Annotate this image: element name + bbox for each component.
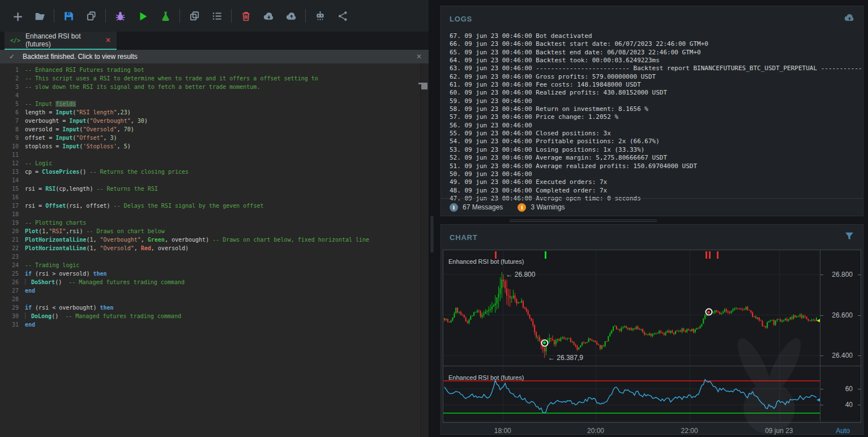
trade-marker[interactable] [705,309,712,316]
code-text: if (rsi < overbought) then [25,303,114,312]
time-axis[interactable]: Auto 18:0020:0022:0009 jun 23 [443,424,861,437]
code-line[interactable]: 17rsi = Offset(rsi, offset) -- Delays th… [0,202,429,210]
save-button[interactable] [57,5,80,27]
code-editor[interactable]: 1-- Enhanced RSI Futures trading bot2-- … [0,63,429,437]
line-number: 11 [0,151,25,159]
code-line[interactable]: 23 [0,252,429,261]
rsi-axis[interactable]: 6040 [820,366,861,421]
warnings-filter-button[interactable]: i 3 Warnings [518,203,565,212]
price-pane-title: Enhanced RSI bot (futures) [448,258,524,265]
time-axis-label: 22:00 [681,427,698,435]
axis-tick [858,405,861,405]
panel-splitter-vertical[interactable] [429,0,436,437]
line-number: 21 [0,235,25,244]
price-axis-label: 26.400 [832,352,853,359]
code-line[interactable]: 9offset = Input("Offset", 3) [0,134,429,142]
code-line[interactable]: 4 [0,91,429,100]
time-axis-label: 09 jun 23 [765,427,793,435]
run-play-button[interactable] [131,5,154,27]
code-line[interactable]: 11 [0,151,429,159]
last-price-marker: ◀ [816,317,820,323]
cloud-download-button[interactable] [257,5,280,27]
code-text: length = Input("RSI length",23) [25,108,131,117]
code-line[interactable]: 31end [0,320,429,329]
filter-funnel-icon[interactable] [844,231,854,243]
scrollbar-thumb[interactable] [421,83,427,89]
code-line[interactable]: 20Plot(1,"RSI",rsi) -- Draws on chart be… [0,227,429,235]
line-number: 6 [0,108,25,117]
trade-marker[interactable] [541,339,548,346]
list-view-button[interactable] [206,5,228,27]
code-line[interactable]: 8oversold = Input("Oversold", 70) [0,125,429,134]
code-line[interactable]: 13cp = ClosePrices() -- Returns the clos… [0,168,429,176]
code-line[interactable]: 29if (rsi < overbought) then [0,303,429,312]
code-line[interactable]: 28 [0,295,429,303]
code-line[interactable]: 21PlotHorizontalLine(1, "Overbought", Gr… [0,235,429,244]
code-line[interactable]: 18 [0,210,429,218]
messages-filter-button[interactable]: i 67 Messages [450,203,503,212]
rsi-chart-pane[interactable]: Enhanced RSI bot (futures) ◀ [443,366,820,421]
duplicate-icon [189,11,200,22]
debug-bug-button[interactable] [109,5,131,27]
line-number: 14 [0,176,25,185]
code-line[interactable]: 22PlotHorizontalLine(1, "Oversold", Red,… [0,244,429,252]
auto-scale-button[interactable]: Auto [836,427,850,435]
cloud-upload-button[interactable] [280,5,302,27]
line-number: 26 [0,278,25,286]
code-line[interactable]: 3-- slow down the RSI its signal and to … [0,83,429,91]
chart-area[interactable]: Enhanced RSI bot (futures) ← 26.800← 26.… [443,250,861,423]
code-line[interactable]: 5-- Input fields [0,100,429,108]
code-line[interactable]: 16 [0,193,429,202]
line-number: 13 [0,168,25,176]
code-line[interactable]: 30DoLong() -- Managed futures trading co… [0,312,429,320]
code-line[interactable]: 24-- Trading logic [0,261,429,269]
time-axis-label: 18:00 [494,427,511,435]
code-line[interactable]: 27end [0,286,429,295]
new-script-button[interactable] [6,5,28,27]
line-number: 27 [0,286,25,295]
download-logs-cloud-icon[interactable] [844,12,854,25]
code-line[interactable]: 2-- This script uses a RSI to determine … [0,74,429,83]
delete-trash-button[interactable] [234,5,257,27]
code-line[interactable]: 25if (rsi > oversold) then [0,269,429,278]
price-chart-pane[interactable]: Enhanced RSI bot (futures) ← 26.800← 26.… [443,250,820,366]
order-marker-tick [705,251,707,259]
code-line[interactable]: 1-- Enhanced RSI Futures trading bot [0,66,429,74]
backtest-notification[interactable]: ✓ Backtest finished. Click to view resul… [0,50,429,63]
share-nodes-icon [337,11,348,22]
logs-title: LOGS [450,15,472,23]
code-line[interactable]: 14 [0,176,429,185]
backtest-flask-button[interactable] [154,5,177,27]
price-axis[interactable]: 26.80026.60026.400 [820,250,861,366]
open-folder-button[interactable] [28,5,51,27]
editor-scrollbar[interactable] [420,63,429,437]
code-text: -- Plotting charts [25,218,86,227]
duplicate-button[interactable] [183,5,206,27]
notification-text[interactable]: Backtest finished. Click to view results [23,53,138,61]
axis-tick [820,389,823,389]
code-text: end [25,286,35,295]
axis-tick [820,405,823,405]
code-line[interactable]: 19-- Plotting charts [0,218,429,227]
code-line[interactable]: 12-- Logic [0,159,429,168]
code-line[interactable]: 6length = Input("RSI length",23) [0,108,429,117]
code-line[interactable]: 10stoploss = Input('Stoploss', 5) [0,142,429,151]
copy-button[interactable] [80,5,102,27]
panel-splitter-horizontal[interactable] [510,220,657,223]
toolbar-divider [305,9,306,23]
code-line[interactable]: 7overbought = Input("Overbought", 30) [0,117,429,125]
tab-enhanced-rsi-bot[interactable]: </> Enhanced RSI bot (futures) ✕ [5,32,117,50]
toolbar-divider [231,9,232,23]
tab-title: Enhanced RSI bot (futures) [25,32,105,48]
log-output[interactable]: 67. 09 jun 23 00:46:00 Bot deactivated 6… [450,32,862,203]
bot-robot-button[interactable] [309,5,331,27]
axis-tick [820,355,823,356]
warning-icon: i [518,203,526,212]
notification-close-icon[interactable]: ✕ [416,53,422,61]
code-line[interactable]: 15rsi = RSI(cp,length) -- Returns the RS… [0,185,429,193]
code-line[interactable]: 26DoShort() -- Managed futures trading c… [0,278,429,286]
axis-tick [858,389,861,389]
tab-close-icon[interactable]: ✕ [105,36,111,44]
axis-tick [858,315,861,316]
share-nodes-button[interactable] [331,5,354,27]
